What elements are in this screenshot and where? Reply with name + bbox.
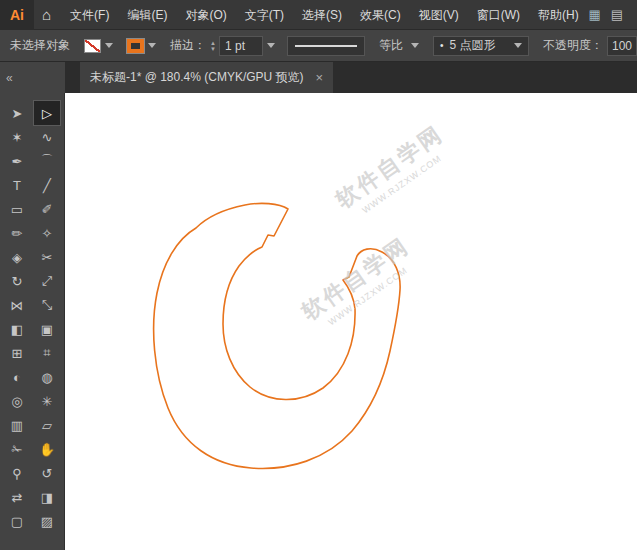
brush-preview-icon: • bbox=[440, 40, 444, 51]
rectangle-tool[interactable]: ▭ bbox=[4, 197, 30, 221]
selection-status: 未选择对象 bbox=[10, 37, 70, 54]
arrange-documents-icon[interactable]: ▦ bbox=[588, 7, 600, 22]
toolbar-header: « bbox=[0, 62, 65, 93]
brush-name: 5 点圆形 bbox=[449, 37, 495, 54]
document-tab-title: 未标题-1* @ 180.4% (CMYK/GPU 预览) bbox=[90, 69, 304, 86]
menu-item-effect[interactable]: 效果(C) bbox=[351, 0, 410, 30]
width-profile-dropdown[interactable] bbox=[287, 36, 365, 56]
menu-item-type[interactable]: 文字(T) bbox=[236, 0, 293, 30]
tools-panel: ➤▷✶∿✒⌒T╱▭✐✏✧◈✂↻⤢⋈⤡◧▣⊞⌗◐◍◎✳▥▱✁✋⚲↺⇄◨▢▨ bbox=[0, 93, 65, 550]
curvature-tool[interactable]: ⌒ bbox=[34, 149, 60, 173]
screen-mode-tool[interactable]: ▨ bbox=[34, 509, 60, 533]
stroke-weight-stepper[interactable]: ▲▼ bbox=[210, 40, 216, 52]
blend-tool[interactable]: ◎ bbox=[4, 389, 30, 413]
swap-fill-stroke-tool[interactable]: ⇄ bbox=[4, 485, 30, 509]
canvas[interactable]: 软件自学网WWW.RJZXW.COM软件自学网WWW.RJZXW.COM bbox=[65, 93, 637, 550]
opacity-label: 不透明度： bbox=[543, 37, 603, 54]
home-icon[interactable]: ⌂ bbox=[42, 6, 51, 23]
eraser-tool[interactable]: ◈ bbox=[4, 245, 30, 269]
stroke-color-swatch[interactable] bbox=[127, 39, 144, 53]
type-tool[interactable]: T bbox=[4, 173, 30, 197]
stroke-weight-field[interactable]: 1 pt bbox=[219, 36, 263, 56]
chevron-down-icon[interactable] bbox=[105, 43, 113, 48]
gradient-tool[interactable]: ◐ bbox=[4, 365, 30, 389]
control-bar: 未选择对象 描边： ▲▼ 1 pt 等比 • 5 点圆形 不透明度： 100 bbox=[0, 30, 637, 62]
scissors-tool[interactable]: ✂ bbox=[34, 245, 60, 269]
menu-item-edit[interactable]: 编辑(E) bbox=[118, 0, 176, 30]
menu-item-view[interactable]: 视图(V) bbox=[410, 0, 468, 30]
workspace-switcher-icon[interactable]: ▤ bbox=[611, 7, 623, 22]
line-segment-tool[interactable]: ╱ bbox=[34, 173, 60, 197]
stroke-weight-label: 描边： bbox=[170, 37, 206, 54]
menu-item-window[interactable]: 窗口(W) bbox=[468, 0, 529, 30]
document-tab[interactable]: 未标题-1* @ 180.4% (CMYK/GPU 预览) × bbox=[80, 62, 333, 93]
fill-color-swatch[interactable] bbox=[84, 39, 101, 53]
chevron-down-icon[interactable] bbox=[411, 43, 419, 48]
direct-selection-tool[interactable]: ▷ bbox=[34, 101, 60, 125]
slice-tool[interactable]: ✁ bbox=[4, 437, 30, 461]
paintbrush-tool[interactable]: ✐ bbox=[34, 197, 60, 221]
pen-tool[interactable]: ✒ bbox=[4, 149, 30, 173]
width-profile-label: 等比 bbox=[379, 37, 403, 54]
width-profile-preview bbox=[295, 45, 357, 47]
chevron-down-icon[interactable] bbox=[514, 43, 522, 48]
menu-item-select[interactable]: 选择(S) bbox=[293, 0, 351, 30]
tab-bar: « 未标题-1* @ 180.4% (CMYK/GPU 预览) × bbox=[0, 62, 637, 93]
perspective-grid-tool[interactable]: ⊞ bbox=[4, 341, 30, 365]
mesh-tool[interactable]: ⌗ bbox=[34, 341, 60, 365]
menu-item-help[interactable]: 帮助(H) bbox=[529, 0, 588, 30]
menu-items: 文件(F)编辑(E)对象(O)文字(T)选择(S)效果(C)视图(V)窗口(W)… bbox=[61, 0, 588, 30]
rotate-view-tool[interactable]: ↺ bbox=[34, 461, 60, 485]
free-transform-tool[interactable]: ⤡ bbox=[34, 293, 60, 317]
shaper-tool[interactable]: ✧ bbox=[34, 221, 60, 245]
collapse-toolbar-icon[interactable]: « bbox=[0, 71, 12, 85]
menu-bar: Ai ⌂ 文件(F)编辑(E)对象(O)文字(T)选择(S)效果(C)视图(V)… bbox=[0, 0, 637, 30]
eyedropper-tool[interactable]: ◍ bbox=[34, 365, 60, 389]
menu-item-file[interactable]: 文件(F) bbox=[61, 0, 118, 30]
shape-builder-tool[interactable]: ◧ bbox=[4, 317, 30, 341]
draw-mode-tool[interactable]: ▢ bbox=[4, 509, 30, 533]
lasso-tool[interactable]: ∿ bbox=[34, 125, 60, 149]
zoom-tool[interactable]: ⚲ bbox=[4, 461, 30, 485]
selection-tool[interactable]: ➤ bbox=[4, 101, 30, 125]
width-tool[interactable]: ⋈ bbox=[4, 293, 30, 317]
u-shape-path[interactable] bbox=[154, 203, 400, 468]
hand-tool[interactable]: ✋ bbox=[34, 437, 60, 461]
rotate-tool[interactable]: ↻ bbox=[4, 269, 30, 293]
symbol-sprayer-tool[interactable]: ✳ bbox=[34, 389, 60, 413]
artboard bbox=[65, 93, 637, 550]
close-icon[interactable]: × bbox=[316, 71, 324, 84]
opacity-field[interactable]: 100 bbox=[607, 36, 637, 56]
fill-stroke-indicator[interactable]: ◨ bbox=[34, 485, 60, 509]
live-paint-bucket-tool[interactable]: ▣ bbox=[34, 317, 60, 341]
magic-wand-tool[interactable]: ✶ bbox=[4, 125, 30, 149]
chevron-down-icon[interactable] bbox=[148, 43, 156, 48]
menu-item-object[interactable]: 对象(O) bbox=[176, 0, 235, 30]
pencil-tool[interactable]: ✏ bbox=[4, 221, 30, 245]
scale-tool[interactable]: ⤢ bbox=[34, 269, 60, 293]
illustrator-window: Ai ⌂ 文件(F)编辑(E)对象(O)文字(T)选择(S)效果(C)视图(V)… bbox=[0, 0, 637, 550]
app-logo[interactable]: Ai bbox=[0, 0, 34, 30]
brush-dropdown[interactable]: • 5 点圆形 bbox=[433, 36, 529, 56]
artboard-tool[interactable]: ▱ bbox=[34, 413, 60, 437]
column-graph-tool[interactable]: ▥ bbox=[4, 413, 30, 437]
chevron-down-icon[interactable] bbox=[267, 43, 275, 48]
